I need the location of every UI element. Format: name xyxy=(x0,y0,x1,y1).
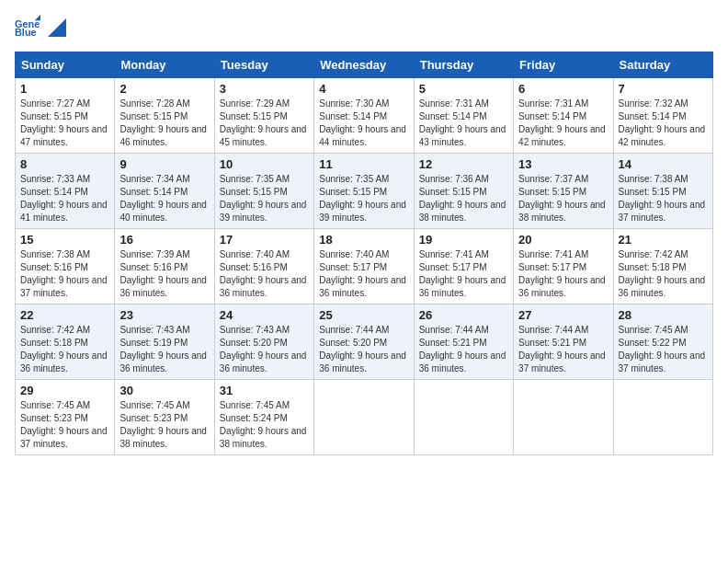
day-number: 12 xyxy=(419,157,508,171)
day-info: Sunrise: 7:41 AMSunset: 5:17 PMDaylight:… xyxy=(518,248,608,300)
day-number: 25 xyxy=(319,308,408,322)
day-info: Sunrise: 7:44 AMSunset: 5:21 PMDaylight:… xyxy=(419,324,508,375)
week-row-2: 8Sunrise: 7:33 AMSunset: 5:14 PMDaylight… xyxy=(16,154,713,229)
day-info: Sunrise: 7:39 AMSunset: 5:16 PMDaylight:… xyxy=(119,248,209,300)
day-number: 24 xyxy=(220,308,309,322)
day-number: 6 xyxy=(518,82,608,96)
svg-text:Blue: Blue xyxy=(15,27,37,38)
day-info: Sunrise: 7:28 AMSunset: 5:15 PMDaylight:… xyxy=(119,98,209,149)
calendar-cell: 19Sunrise: 7:41 AMSunset: 5:17 PMDayligh… xyxy=(414,229,513,304)
day-info: Sunrise: 7:44 AMSunset: 5:21 PMDaylight:… xyxy=(518,324,608,375)
logo-icon: General Blue xyxy=(15,15,40,40)
calendar-cell: 15Sunrise: 7:38 AMSunset: 5:16 PMDayligh… xyxy=(16,229,115,304)
day-info: Sunrise: 7:43 AMSunset: 5:20 PMDaylight:… xyxy=(220,324,309,375)
calendar-cell: 27Sunrise: 7:44 AMSunset: 5:21 PMDayligh… xyxy=(514,304,613,380)
col-header-friday: Friday xyxy=(514,52,613,78)
calendar-cell xyxy=(414,380,513,455)
day-number: 5 xyxy=(419,82,508,96)
calendar-cell: 8Sunrise: 7:33 AMSunset: 5:14 PMDaylight… xyxy=(16,154,115,229)
calendar-cell: 11Sunrise: 7:35 AMSunset: 5:15 PMDayligh… xyxy=(314,154,414,229)
calendar-cell: 21Sunrise: 7:42 AMSunset: 5:18 PMDayligh… xyxy=(613,229,712,304)
calendar-table: SundayMondayTuesdayWednesdayThursdayFrid… xyxy=(15,52,713,455)
calendar-cell: 1Sunrise: 7:27 AMSunset: 5:15 PMDaylight… xyxy=(16,78,115,154)
day-info: Sunrise: 7:27 AMSunset: 5:15 PMDaylight:… xyxy=(20,98,109,149)
col-header-thursday: Thursday xyxy=(414,52,513,78)
calendar-cell: 25Sunrise: 7:44 AMSunset: 5:20 PMDayligh… xyxy=(314,304,414,380)
calendar-cell: 7Sunrise: 7:32 AMSunset: 5:14 PMDaylight… xyxy=(613,78,712,154)
day-number: 7 xyxy=(619,82,708,96)
calendar-cell: 14Sunrise: 7:38 AMSunset: 5:15 PMDayligh… xyxy=(613,154,712,229)
day-number: 19 xyxy=(419,233,508,247)
day-number: 28 xyxy=(619,308,708,322)
svg-marker-3 xyxy=(48,18,66,37)
week-row-1: 1Sunrise: 7:27 AMSunset: 5:15 PMDaylight… xyxy=(16,78,713,154)
day-info: Sunrise: 7:43 AMSunset: 5:19 PMDaylight:… xyxy=(119,324,209,375)
day-number: 11 xyxy=(319,157,408,171)
logo: General Blue xyxy=(15,15,66,40)
day-info: Sunrise: 7:45 AMSunset: 5:24 PMDaylight:… xyxy=(220,399,309,451)
calendar-cell: 17Sunrise: 7:40 AMSunset: 5:16 PMDayligh… xyxy=(214,229,313,304)
page-header: General Blue xyxy=(15,15,713,40)
calendar-cell: 18Sunrise: 7:40 AMSunset: 5:17 PMDayligh… xyxy=(314,229,414,304)
day-info: Sunrise: 7:35 AMSunset: 5:15 PMDaylight:… xyxy=(220,173,309,224)
day-info: Sunrise: 7:45 AMSunset: 5:23 PMDaylight:… xyxy=(119,399,209,451)
calendar-cell: 3Sunrise: 7:29 AMSunset: 5:15 PMDaylight… xyxy=(214,78,313,154)
day-info: Sunrise: 7:37 AMSunset: 5:15 PMDaylight:… xyxy=(518,173,608,224)
calendar-cell: 28Sunrise: 7:45 AMSunset: 5:22 PMDayligh… xyxy=(613,304,712,380)
day-info: Sunrise: 7:40 AMSunset: 5:16 PMDaylight:… xyxy=(220,248,309,300)
day-number: 2 xyxy=(119,82,209,96)
day-number: 26 xyxy=(419,308,508,322)
day-info: Sunrise: 7:45 AMSunset: 5:23 PMDaylight:… xyxy=(20,399,109,451)
calendar-cell: 29Sunrise: 7:45 AMSunset: 5:23 PMDayligh… xyxy=(16,380,115,455)
day-number: 20 xyxy=(518,233,608,247)
calendar-cell xyxy=(514,380,613,455)
day-info: Sunrise: 7:40 AMSunset: 5:17 PMDaylight:… xyxy=(319,248,408,300)
day-info: Sunrise: 7:35 AMSunset: 5:15 PMDaylight:… xyxy=(319,173,408,224)
day-number: 9 xyxy=(119,157,209,171)
calendar-cell: 16Sunrise: 7:39 AMSunset: 5:16 PMDayligh… xyxy=(115,229,214,304)
calendar-cell: 31Sunrise: 7:45 AMSunset: 5:24 PMDayligh… xyxy=(214,380,313,455)
calendar-cell: 22Sunrise: 7:42 AMSunset: 5:18 PMDayligh… xyxy=(16,304,115,380)
day-number: 21 xyxy=(619,233,708,247)
svg-marker-2 xyxy=(35,15,40,20)
calendar-cell: 6Sunrise: 7:31 AMSunset: 5:14 PMDaylight… xyxy=(514,78,613,154)
calendar-cell: 20Sunrise: 7:41 AMSunset: 5:17 PMDayligh… xyxy=(514,229,613,304)
day-info: Sunrise: 7:44 AMSunset: 5:20 PMDaylight:… xyxy=(319,324,408,375)
calendar-body: 1Sunrise: 7:27 AMSunset: 5:15 PMDaylight… xyxy=(16,78,713,455)
day-info: Sunrise: 7:30 AMSunset: 5:14 PMDaylight:… xyxy=(319,98,408,149)
day-number: 8 xyxy=(20,157,109,171)
day-info: Sunrise: 7:32 AMSunset: 5:14 PMDaylight:… xyxy=(619,98,708,149)
day-number: 13 xyxy=(518,157,608,171)
day-number: 15 xyxy=(20,233,109,247)
calendar-cell: 30Sunrise: 7:45 AMSunset: 5:23 PMDayligh… xyxy=(115,380,214,455)
day-number: 3 xyxy=(220,82,309,96)
col-header-wednesday: Wednesday xyxy=(314,52,414,78)
calendar-cell xyxy=(613,380,712,455)
day-number: 23 xyxy=(119,308,209,322)
day-info: Sunrise: 7:29 AMSunset: 5:15 PMDaylight:… xyxy=(220,98,309,149)
day-info: Sunrise: 7:31 AMSunset: 5:14 PMDaylight:… xyxy=(419,98,508,149)
day-number: 30 xyxy=(119,384,209,397)
logo-triangle-icon xyxy=(48,18,66,37)
day-number: 31 xyxy=(220,384,309,397)
calendar-cell: 26Sunrise: 7:44 AMSunset: 5:21 PMDayligh… xyxy=(414,304,513,380)
day-number: 4 xyxy=(319,82,408,96)
col-header-sunday: Sunday xyxy=(16,52,115,78)
day-info: Sunrise: 7:34 AMSunset: 5:14 PMDaylight:… xyxy=(119,173,209,224)
day-number: 29 xyxy=(20,384,109,397)
week-row-5: 29Sunrise: 7:45 AMSunset: 5:23 PMDayligh… xyxy=(16,380,713,455)
calendar-cell: 4Sunrise: 7:30 AMSunset: 5:14 PMDaylight… xyxy=(314,78,414,154)
day-number: 10 xyxy=(220,157,309,171)
calendar-cell: 10Sunrise: 7:35 AMSunset: 5:15 PMDayligh… xyxy=(214,154,313,229)
day-info: Sunrise: 7:41 AMSunset: 5:17 PMDaylight:… xyxy=(419,248,508,300)
day-info: Sunrise: 7:45 AMSunset: 5:22 PMDaylight:… xyxy=(619,324,708,375)
calendar-header-row: SundayMondayTuesdayWednesdayThursdayFrid… xyxy=(16,52,713,78)
day-info: Sunrise: 7:38 AMSunset: 5:15 PMDaylight:… xyxy=(619,173,708,224)
day-number: 18 xyxy=(319,233,408,247)
day-info: Sunrise: 7:36 AMSunset: 5:15 PMDaylight:… xyxy=(419,173,508,224)
day-number: 1 xyxy=(20,82,109,96)
calendar-cell: 5Sunrise: 7:31 AMSunset: 5:14 PMDaylight… xyxy=(414,78,513,154)
day-number: 27 xyxy=(518,308,608,322)
calendar-cell: 23Sunrise: 7:43 AMSunset: 5:19 PMDayligh… xyxy=(115,304,214,380)
calendar-cell: 9Sunrise: 7:34 AMSunset: 5:14 PMDaylight… xyxy=(115,154,214,229)
